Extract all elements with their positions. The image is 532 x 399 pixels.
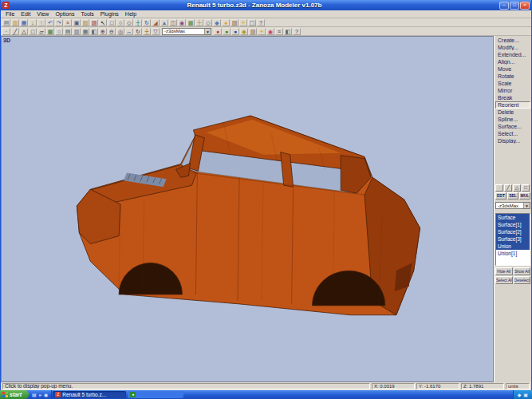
extrude-icon[interactable]: ▲ — [160, 19, 168, 26]
zoom-in-icon[interactable]: ⊕ — [99, 28, 107, 35]
rotate-icon[interactable]: ↻ — [143, 19, 151, 26]
save-file-icon[interactable]: ▦ — [20, 19, 28, 26]
command-item[interactable]: Align... — [495, 58, 530, 65]
volume-icon[interactable]: ◆ — [518, 393, 522, 397]
list-item[interactable]: Surface[1] — [496, 221, 530, 228]
export-icon[interactable]: ↑ — [37, 19, 45, 26]
menu-file[interactable]: File — [2, 10, 18, 18]
undo-icon[interactable]: ↶ — [46, 19, 54, 26]
maximize-button[interactable]: □ — [510, 2, 519, 10]
command-item[interactable]: Select... — [495, 130, 530, 137]
object-filter-dropdown[interactable]: -z3dsMax ▼ — [495, 202, 530, 209]
flat-shade-icon[interactable]: ◆ — [213, 19, 221, 26]
move-icon[interactable]: ┼ — [134, 19, 142, 26]
view-3d-icon[interactable]: ◧ — [90, 28, 98, 35]
wireframe-icon[interactable]: ◇ — [204, 19, 212, 26]
scale-icon[interactable]: ◢ — [152, 19, 160, 26]
cut-icon[interactable]: × — [64, 19, 72, 26]
surface-list[interactable]: Surface Surface[1] Surface[2] Surface[3]… — [495, 213, 530, 266]
help-icon[interactable]: ? — [257, 19, 265, 26]
view-front-icon[interactable]: ▤ — [64, 28, 72, 35]
browser-icon[interactable]: e — [39, 393, 41, 397]
texture-icon[interactable]: ▨ — [249, 28, 257, 35]
face-level-button[interactable]: △ — [513, 184, 521, 192]
chevron-down-icon[interactable]: ▼ — [523, 203, 530, 208]
select-all-button[interactable]: Select All — [495, 276, 513, 284]
vertex-level-button[interactable]: · — [495, 184, 503, 192]
view-top-icon[interactable]: ▦ — [81, 28, 89, 35]
toggle-blue-icon[interactable]: ● — [231, 28, 239, 35]
zoom-out-icon[interactable]: ⊖ — [108, 28, 116, 35]
edge-mode-icon[interactable]: ╱ — [11, 28, 19, 35]
menu-options[interactable]: Options — [52, 10, 77, 18]
sel-mode-button[interactable]: SEL — [507, 192, 518, 200]
media-player-icon[interactable]: ◉ — [44, 393, 48, 397]
show-all-button[interactable]: Show All — [514, 267, 531, 275]
view-side-icon[interactable]: ▥ — [73, 28, 81, 35]
delete-icon[interactable]: ▨ — [90, 19, 98, 26]
command-item[interactable]: Scale — [495, 80, 530, 87]
start-button[interactable]: start — [0, 390, 29, 399]
list-item[interactable]: Union — [496, 243, 530, 250]
viewport-3d[interactable]: 3D — [1, 36, 494, 382]
paste-icon[interactable]: ▧ — [81, 19, 89, 26]
command-item[interactable]: Break — [495, 94, 530, 101]
select-circle-icon[interactable]: ○ — [116, 19, 124, 26]
about-icon[interactable]: ? — [293, 28, 301, 35]
redo-icon[interactable]: ↷ — [55, 19, 63, 26]
local-axes-icon[interactable]: ┼ — [143, 28, 151, 35]
command-item[interactable]: Surface... — [495, 123, 530, 130]
menu-view[interactable]: View — [33, 10, 52, 18]
export-filter-dropdown[interactable]: -z3dsMax ▼ — [162, 28, 211, 35]
smooth-shade-icon[interactable]: ● — [222, 19, 230, 26]
snap-vertex-icon[interactable]: ○ — [55, 28, 63, 35]
menu-edit[interactable]: Edit — [18, 10, 33, 18]
command-item[interactable]: Extended... — [495, 51, 530, 58]
command-item[interactable]: Create... — [495, 37, 530, 44]
material-icon[interactable]: ◆ — [240, 28, 248, 35]
taskbar-task-zmodeler[interactable]: Z Renault 5 turbo.z... — [53, 391, 126, 398]
object-mode-icon[interactable]: □ — [29, 28, 37, 35]
toggle-green-icon[interactable]: ● — [223, 28, 231, 35]
select-poly-icon[interactable]: ◇ — [125, 19, 133, 26]
list-item[interactable]: Surface — [496, 214, 530, 221]
vertex-mode-icon[interactable]: · — [2, 28, 10, 35]
minimize-button[interactable]: – — [499, 2, 509, 10]
select-arrow-icon[interactable]: ↖ — [99, 19, 107, 26]
edge-level-button[interactable]: ╱ — [504, 184, 512, 192]
command-item[interactable]: Rotate — [495, 73, 530, 80]
new-file-icon[interactable]: ▤ — [2, 19, 10, 26]
command-item[interactable]: Display... — [495, 137, 530, 144]
light-icon[interactable]: ☀ — [258, 28, 266, 35]
object-level-button[interactable]: □ — [522, 184, 530, 192]
menu-plugins[interactable]: Plugins — [97, 10, 122, 18]
command-item[interactable]: Reorient — [495, 101, 530, 109]
hide-icon[interactable]: ▽ — [152, 28, 160, 35]
command-item[interactable]: Spline... — [495, 116, 530, 123]
car-model[interactable] — [2, 37, 493, 381]
snap-grid-icon[interactable]: ▩ — [46, 28, 54, 35]
lights-icon[interactable]: ☀ — [239, 19, 247, 26]
import-icon[interactable]: ↓ — [29, 19, 37, 26]
zoom-fit-icon[interactable]: ◎ — [116, 28, 124, 35]
taskbar-task-secondary[interactable]: ● — [128, 391, 183, 398]
chevron-down-icon[interactable]: ▼ — [204, 29, 211, 34]
script-icon[interactable]: ≡ — [275, 28, 283, 35]
mirror-icon[interactable]: ◫ — [169, 19, 177, 26]
list-item[interactable]: Surface[2] — [496, 228, 530, 235]
show-desktop-icon[interactable]: ▤ — [32, 393, 37, 397]
orbit-icon[interactable]: ↻ — [134, 28, 142, 35]
list-item[interactable]: Surface[3] — [496, 235, 530, 243]
edt-mode-button[interactable]: EDT — [495, 192, 506, 200]
render-icon[interactable]: ◉ — [266, 28, 274, 35]
axes-icon[interactable]: ┼ — [195, 19, 203, 26]
select-rect-icon[interactable]: □ — [108, 19, 116, 26]
open-file-icon[interactable]: ▥ — [11, 19, 19, 26]
copy-icon[interactable]: ▣ — [73, 19, 81, 26]
deselect-button[interactable]: Deselect — [514, 276, 531, 284]
face-mode-icon[interactable]: △ — [20, 28, 28, 35]
command-item[interactable]: Move — [495, 65, 530, 73]
grid-icon[interactable]: ▩ — [187, 19, 195, 26]
background-icon[interactable]: ▢ — [248, 19, 256, 26]
command-item[interactable]: Modify... — [495, 44, 530, 51]
